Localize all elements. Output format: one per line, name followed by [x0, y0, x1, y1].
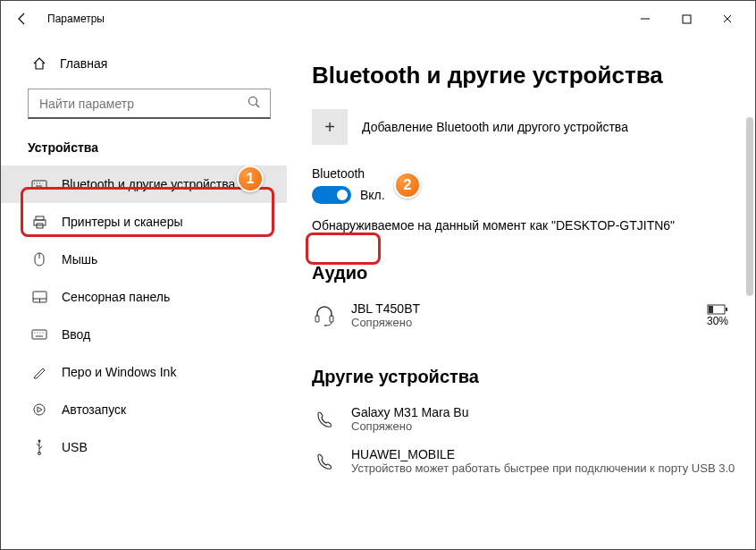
svg-rect-17 [32, 330, 46, 339]
window-title: Параметры [47, 13, 105, 25]
svg-line-3 [256, 105, 260, 108]
toggle-state-label: Вкл. [360, 188, 385, 202]
sidebar-item-label: Bluetooth и другие устройства [62, 177, 235, 191]
sidebar-item-touchpad[interactable]: Сенсорная панель [1, 278, 287, 316]
sidebar-item-label: Сенсорная панель [62, 290, 170, 304]
svg-point-19 [37, 332, 38, 333]
sidebar-item-usb[interactable]: USB [1, 428, 287, 466]
home-icon [31, 55, 47, 72]
device-name: HUAWEI_MOBILE [351, 447, 746, 461]
phone-icon [312, 452, 337, 471]
sidebar-item-label: USB [62, 440, 88, 454]
svg-rect-1 [683, 15, 691, 23]
svg-rect-9 [36, 216, 44, 220]
other-device-row[interactable]: Galaxy M31 Mara Bu Сопряжено [312, 398, 746, 440]
plus-icon: + [312, 109, 348, 145]
svg-point-29 [324, 325, 326, 326]
page-title: Bluetooth и другие устройства [312, 62, 746, 89]
svg-rect-28 [330, 316, 333, 322]
autoplay-icon [31, 402, 47, 418]
headset-icon [312, 304, 337, 327]
sidebar-item-label: Принтеры и сканеры [62, 215, 182, 229]
back-button[interactable] [8, 4, 37, 33]
bluetooth-toggle[interactable] [312, 186, 351, 204]
search-icon [247, 95, 261, 112]
svg-point-2 [249, 97, 257, 106]
svg-rect-10 [34, 220, 46, 225]
title-bar: Параметры [1, 1, 755, 37]
sidebar-item-label: Автозапуск [62, 402, 126, 417]
sidebar-item-typing[interactable]: Ввод [1, 316, 287, 353]
sidebar-home[interactable]: Главная [1, 46, 287, 81]
svg-rect-31 [709, 306, 713, 313]
content-area: Bluetooth и другие устройства + Добавлен… [287, 37, 755, 549]
add-device-label: Добавление Bluetooth или другого устройс… [362, 120, 628, 134]
sidebar-item-bluetooth[interactable]: Bluetooth и другие устройства [1, 165, 287, 203]
battery-indicator: 30% [707, 304, 728, 327]
battery-icon [707, 304, 728, 315]
sidebar-item-mouse[interactable]: Мышь [1, 241, 287, 278]
scrollbar[interactable] [746, 117, 753, 296]
svg-rect-32 [726, 308, 727, 311]
svg-rect-4 [32, 181, 46, 189]
svg-point-25 [38, 440, 41, 443]
keyboard-icon [31, 176, 47, 192]
search-box[interactable] [28, 89, 271, 119]
sidebar-item-label: Мышь [62, 252, 97, 267]
minimize-button[interactable] [625, 4, 666, 33]
device-status: Сопряжено [351, 419, 746, 433]
printer-icon [31, 214, 47, 230]
add-device-button[interactable]: + Добавление Bluetooth или другого устро… [312, 109, 746, 145]
sidebar-home-label: Главная [60, 56, 107, 71]
device-status: Устройство может работать быстрее при по… [351, 461, 746, 475]
search-input[interactable] [38, 96, 216, 112]
discoverable-text: Обнаруживаемое на данный момент как "DES… [312, 218, 746, 233]
audio-heading: Аудио [312, 263, 746, 283]
sidebar-section-label: Устройства [1, 135, 287, 165]
svg-point-23 [34, 404, 45, 415]
sidebar-item-label: Перо и Windows Ink [62, 365, 176, 379]
touchpad-icon [31, 289, 47, 305]
other-device-row[interactable]: HUAWEI_MOBILE Устройство может работать … [312, 440, 746, 482]
svg-point-18 [34, 332, 35, 333]
svg-rect-27 [315, 316, 319, 322]
device-status: Сопряжено [351, 316, 693, 329]
sidebar-item-autoplay[interactable]: Автозапуск [1, 391, 287, 428]
svg-point-21 [42, 332, 43, 333]
sidebar-item-pen[interactable]: Перо и Windows Ink [1, 353, 287, 391]
maximize-button[interactable] [666, 4, 707, 33]
sidebar: Главная Устройства Bluetooth и другие ус… [1, 37, 287, 549]
mouse-icon [31, 251, 47, 267]
close-button[interactable] [707, 4, 748, 33]
annotation-highlight-2 [306, 233, 381, 265]
device-name: JBL T450BT [351, 301, 693, 316]
device-name: Galaxy M31 Mara Bu [351, 405, 746, 419]
usb-icon [31, 439, 47, 455]
audio-device-row[interactable]: JBL T450BT Сопряжено 30% [312, 294, 746, 336]
pen-icon [31, 364, 47, 380]
bluetooth-label: Bluetooth [312, 166, 746, 181]
keyboard2-icon [31, 326, 47, 343]
sidebar-item-label: Ввод [62, 327, 90, 342]
svg-point-20 [39, 332, 40, 333]
phone-icon [312, 410, 337, 429]
sidebar-item-printers[interactable]: Принтеры и сканеры [1, 203, 287, 241]
battery-percent: 30% [707, 315, 728, 327]
other-devices-heading: Другие устройства [312, 367, 746, 387]
